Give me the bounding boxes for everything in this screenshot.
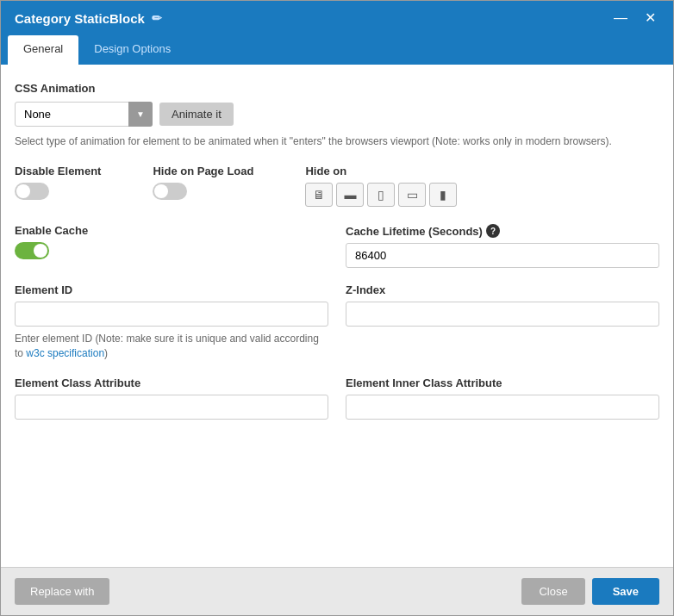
tablet-icon-btn[interactable]: ▯	[367, 183, 395, 207]
close-button[interactable]: Close	[521, 578, 584, 605]
modal-body: CSS Animation None Bounce Flash Pulse Sh…	[1, 65, 673, 567]
css-animation-label: CSS Animation	[15, 82, 659, 95]
footer-right-buttons: Close Save	[521, 578, 659, 605]
tabs-bar: General Design Options	[1, 35, 673, 65]
disable-element-group: Disable Element	[15, 165, 101, 200]
modal-header-actions: — ✕	[610, 9, 659, 27]
toggles-row: Disable Element Hide on Page Load Hide o…	[15, 165, 659, 207]
replace-with-button[interactable]: Replace with	[15, 578, 109, 605]
large-tablet-icon-btn[interactable]: ▬	[336, 183, 364, 207]
element-id-zindex-row: Element ID Enter element ID (Note: make …	[15, 283, 659, 361]
cache-lifetime-input[interactable]	[346, 243, 659, 268]
modal-title-area: Category StaticBlock ✏	[15, 11, 162, 26]
enable-cache-group: Enable Cache	[15, 224, 328, 268]
hide-on-label: Hide on	[305, 165, 457, 177]
tab-general[interactable]: General	[8, 35, 78, 65]
element-id-label: Element ID	[15, 283, 328, 296]
mobile-icon: ▮	[440, 188, 446, 202]
hide-on-page-load-group: Hide on Page Load	[153, 165, 253, 200]
hide-on-page-load-toggle[interactable]	[153, 183, 187, 200]
cache-lifetime-help-icon[interactable]: ?	[486, 224, 500, 238]
mobile-icon-btn[interactable]: ▮	[429, 183, 457, 207]
minimize-button[interactable]: —	[610, 9, 631, 27]
css-animation-row: None Bounce Flash Pulse Shake Animate it	[15, 102, 659, 127]
element-class-input[interactable]	[15, 395, 328, 420]
cache-row: Enable Cache Cache Lifetime (Seconds) ?	[15, 224, 659, 268]
modal-title-text: Category StaticBlock	[15, 11, 145, 26]
save-button[interactable]: Save	[592, 578, 659, 605]
tab-design-options[interactable]: Design Options	[78, 35, 186, 65]
large-tablet-icon: ▬	[344, 188, 356, 202]
disable-element-toggle[interactable]	[15, 183, 49, 200]
element-id-hint: Enter element ID (Note: make sure it is …	[15, 332, 328, 361]
small-tablet-icon: ▭	[407, 188, 418, 202]
enable-cache-label: Enable Cache	[15, 224, 328, 237]
modal-header: Category StaticBlock ✏ — ✕	[1, 1, 673, 35]
cache-lifetime-group: Cache Lifetime (Seconds) ?	[346, 224, 659, 268]
w3c-link[interactable]: w3c specification	[26, 347, 104, 359]
z-index-group: Z-Index	[346, 283, 659, 361]
close-header-button[interactable]: ✕	[641, 9, 659, 27]
element-class-label: Element Class Attribute	[15, 376, 328, 389]
class-attributes-row: Element Class Attribute Element Inner Cl…	[15, 376, 659, 420]
small-tablet-icon-btn[interactable]: ▭	[398, 183, 426, 207]
css-animation-hint: Select type of animation for element to …	[15, 134, 659, 149]
hide-on-group: Hide on 🖥 ▬ ▯ ▭ ▮	[305, 165, 457, 207]
hide-on-page-load-label: Hide on Page Load	[153, 165, 253, 177]
element-id-group: Element ID Enter element ID (Note: make …	[15, 283, 328, 361]
z-index-input[interactable]	[346, 302, 659, 327]
element-inner-class-label: Element Inner Class Attribute	[346, 376, 659, 389]
modal-container: Category StaticBlock ✏ — ✕ General Desig…	[0, 0, 674, 616]
element-inner-class-group: Element Inner Class Attribute	[346, 376, 659, 420]
element-class-group: Element Class Attribute	[15, 376, 328, 420]
animation-select-wrapper: None Bounce Flash Pulse Shake	[15, 102, 153, 127]
element-inner-class-input[interactable]	[346, 395, 659, 420]
enable-cache-toggle[interactable]	[15, 242, 49, 259]
animate-it-button[interactable]: Animate it	[159, 103, 234, 126]
cache-lifetime-label: Cache Lifetime (Seconds) ?	[346, 224, 659, 238]
edit-icon: ✏	[152, 11, 162, 25]
desktop-icon-btn[interactable]: 🖥	[305, 183, 333, 207]
element-id-input[interactable]	[15, 302, 328, 327]
device-icons-row: 🖥 ▬ ▯ ▭ ▮	[305, 183, 457, 207]
footer-bar: Replace with Close Save	[1, 567, 673, 615]
disable-element-label: Disable Element	[15, 165, 101, 177]
desktop-icon: 🖥	[313, 188, 325, 202]
z-index-label: Z-Index	[346, 283, 659, 296]
tablet-icon: ▯	[378, 188, 384, 202]
animation-select[interactable]: None Bounce Flash Pulse Shake	[15, 102, 153, 127]
